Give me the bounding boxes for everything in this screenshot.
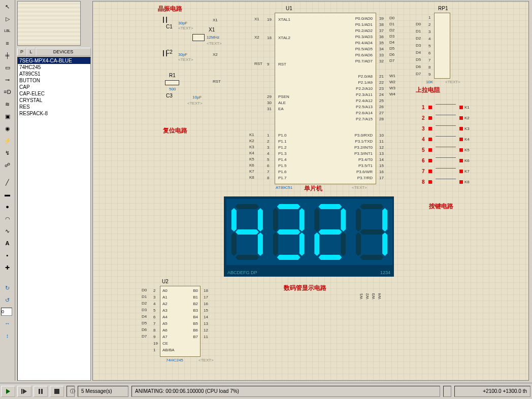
pushbutton[interactable] (436, 168, 456, 175)
res-r1[interactable] (165, 80, 179, 85)
seven-seg-display[interactable]: ABCDEFG DP 1234 (224, 196, 394, 277)
device-item[interactable]: 74HC245 (18, 64, 90, 71)
tool-marker[interactable]: ✚ (2, 262, 14, 273)
net-label: D6 (142, 327, 147, 332)
tool-box[interactable]: ▬ (2, 189, 14, 200)
device-list[interactable]: 7SEG-MPX4-CA-BLUE74HC245AT89C51BUTTONCAP… (17, 57, 91, 381)
device-item[interactable]: BUTTON (18, 77, 90, 84)
mirror-h-icon[interactable]: ↔ (2, 318, 14, 329)
pushbutton[interactable] (436, 115, 456, 122)
tool-terminal[interactable]: ⊸ (2, 74, 14, 85)
tool-path[interactable]: ∿ (2, 225, 14, 237)
net-label: K6 (249, 163, 254, 168)
probe-icon (428, 170, 432, 173)
key-index: 8 (422, 179, 427, 185)
picker-l-button[interactable]: L (26, 48, 36, 56)
key-row: 6K6 (422, 155, 470, 166)
device-item[interactable]: CAP-ELEC (18, 90, 90, 97)
tool-line[interactable]: ╱ (2, 177, 14, 188)
text-u1: <TEXT> (352, 185, 367, 190)
key-index: 5 (422, 147, 427, 153)
pin-number: 4 (153, 302, 155, 306)
info-icon[interactable]: ⓘ (66, 386, 75, 397)
mcu-at89c51[interactable]: XTAL119XTAL218RST9PSEN29ALE30EA31P1.01P1… (275, 13, 376, 184)
tool-probe-v[interactable]: ⚡ (2, 135, 14, 146)
picker-p-button[interactable]: P (17, 48, 26, 56)
pin-label: A5 (162, 321, 168, 326)
rotate-ccw-icon[interactable]: ↺ (2, 294, 14, 306)
pushbutton[interactable] (436, 125, 456, 132)
pin-label: RST (278, 62, 286, 66)
tool-text2[interactable]: A (2, 238, 14, 249)
stop-button[interactable] (50, 386, 64, 397)
tool-graph[interactable]: ≋ (2, 98, 14, 110)
device-item[interactable]: 7SEG-MPX4-CA-BLUE (18, 57, 90, 64)
tool-instrument[interactable]: ☍ (2, 159, 14, 171)
pin-label: P0.0/AD0 (355, 16, 373, 21)
net-label: D2 (416, 36, 421, 41)
messages-cell[interactable]: 5 Message(s) (78, 386, 128, 397)
device-item[interactable]: AT89C51 (18, 71, 90, 77)
crystal-x1[interactable] (192, 34, 205, 41)
tool-text[interactable]: ≡ (2, 38, 14, 49)
step-button[interactable] (17, 386, 31, 397)
pin-label: P0.3/AD3 (355, 35, 373, 39)
device-item[interactable]: RES (18, 104, 90, 110)
play-button[interactable] (1, 386, 15, 397)
pin-label: B2 (193, 302, 198, 306)
respack-rp1[interactable]: 123456789 (434, 13, 450, 79)
chip-74hc245[interactable]: A02A13A24A35A46A57A68A79CE19AB/BA1B018B1… (160, 286, 201, 357)
pin-label: P1.0 (278, 133, 286, 138)
pushbutton[interactable] (436, 147, 456, 154)
pin-number: 23 (379, 86, 384, 91)
pin-label: A1 (162, 295, 168, 300)
tool-circle[interactable]: ● (2, 201, 14, 212)
pin-label: XTAL2 (278, 36, 290, 40)
pin-label: B6 (193, 328, 198, 332)
rotation-field[interactable] (1, 308, 12, 316)
pin-label: B7 (193, 335, 198, 339)
device-item[interactable]: CAP (18, 84, 90, 90)
pushbutton[interactable] (436, 179, 456, 186)
tool-tape[interactable]: ▣ (2, 111, 14, 122)
tool-pin[interactable]: =D (2, 86, 14, 97)
pin-number: 13 (379, 151, 384, 156)
pause-button[interactable] (34, 386, 48, 397)
key-index: 6 (422, 158, 427, 163)
pin-number: 35 (379, 41, 384, 45)
tool-label[interactable]: LBL (2, 25, 14, 37)
net-label: X1 (254, 17, 259, 21)
cap-c2[interactable] (158, 50, 173, 56)
tool-probe-i[interactable]: ↯ (2, 147, 14, 158)
pin-label: P1.1 (278, 139, 286, 144)
pin-label: P2.5/A13 (356, 105, 373, 109)
pin-number: 9 (428, 72, 430, 77)
pin-number: 4 (428, 37, 430, 41)
key-row: 4K4 (422, 134, 470, 145)
schematic-overview[interactable] (17, 1, 81, 46)
tool-symbol[interactable]: ▪ (2, 250, 14, 261)
rotate-cw-icon[interactable]: ↻ (2, 282, 14, 293)
pushbutton[interactable] (436, 104, 456, 111)
val-c2: 30pF (178, 52, 187, 57)
pin-label: A6 (162, 328, 168, 332)
schematic-canvas[interactable]: 晶振电路 复位电路 单片机 数码管显示电路 上拉电阻 按键电路 C1 30pF … (92, 1, 529, 381)
tool-component[interactable]: ▷ (2, 13, 14, 24)
mirror-v-icon[interactable]: ↕ (2, 330, 14, 341)
pushbutton[interactable] (436, 136, 456, 143)
svg-rect-5 (54, 389, 59, 394)
tool-generator[interactable]: ◉ (2, 123, 14, 134)
pushbutton[interactable] (436, 157, 456, 164)
device-item[interactable]: RESPACK-8 (18, 110, 90, 117)
tool-arrow[interactable]: ↖ (2, 1, 14, 12)
tool-bus[interactable]: ╪ (2, 50, 14, 61)
pin-number: 34 (379, 47, 384, 51)
pin-number: 6 (153, 315, 155, 319)
device-item[interactable]: CRYSTAL (18, 97, 90, 104)
probe-icon (428, 148, 432, 152)
tool-subcircuit[interactable]: ▭ (2, 62, 14, 73)
pin-number: 14 (204, 315, 208, 319)
pin-label: P3.4/T0 (358, 157, 373, 162)
tool-arc[interactable]: ◠ (2, 213, 14, 224)
cap-c1[interactable] (158, 17, 173, 23)
